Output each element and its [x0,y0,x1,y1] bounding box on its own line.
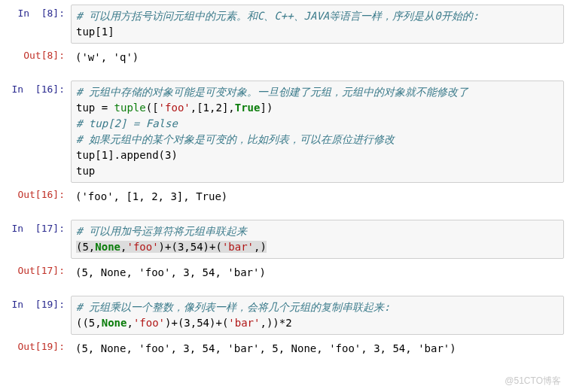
output-area-16: ('foo', [1, 2, 3], True) [71,186,564,208]
cell-in-17: In [17]: # 可以用加号运算符将元组串联起来 (5,None,'foo'… [3,220,564,259]
out-prompt-19: Out[19]: [3,338,71,355]
in-prompt-17: In [17]: [3,220,71,237]
comment: # 如果元组中的某个对象是可变的，比如列表，可以在原位进行修改 [76,133,395,145]
cell-in-19: In [19]: # 元组乘以一个整数，像列表一样，会将几个元组的复制串联起来:… [3,296,564,335]
comment: # 元组乘以一个整数，像列表一样，会将几个元组的复制串联起来: [76,301,390,313]
comment: # 元组中存储的对象可能是可变对象。一旦创建了元组，元组中的对象就不能修改了 [76,86,468,98]
code-area-19[interactable]: # 元组乘以一个整数，像列表一样，会将几个元组的复制串联起来: ((5,None… [71,296,564,335]
code-line: tup[1].append(3) [76,149,178,161]
in-prompt-8: In [8]: [3,5,71,22]
out-prompt-8: Out[8]: [3,47,71,64]
code-area-8[interactable]: # 可以用方括号访问元组中的元素。和C、C++、JAVA等语言一样，序列是从0开… [71,5,564,44]
code-line: ((5,None,'foo')+(3,54)+('bar',))*2 [76,317,292,329]
output-area-17: (5, None, 'foo', 3, 54, 'bar') [71,262,564,284]
output-area-8: ('w', 'q') [71,47,564,68]
cell-out-8: Out[8]: ('w', 'q') [3,47,564,68]
comment: # tup[2] = False [76,117,178,129]
comment: # 可以用方括号访问元组中的元素。和C、C++、JAVA等语言一样，序列是从0开… [76,10,479,22]
comment: # 可以用加号运算符将元组串联起来 [76,225,247,237]
code-line: tup [76,165,95,177]
code-line: tup = tuple(['foo',[1,2],True]) [76,102,273,114]
output-area-19: (5, None, 'foo', 3, 54, 'bar', 5, None, … [71,338,564,360]
cell-out-16: Out[16]: ('foo', [1, 2, 3], True) [3,186,564,208]
cell-out-19: Out[19]: (5, None, 'foo', 3, 54, 'bar', … [3,338,564,360]
cell-in-16: In [16]: # 元组中存储的对象可能是可变对象。一旦创建了元组，元组中的对… [3,81,564,183]
code-area-17[interactable]: # 可以用加号运算符将元组串联起来 (5,None,'foo')+(3,54)+… [71,220,564,259]
out-prompt-16: Out[16]: [3,186,71,203]
cell-in-8: In [8]: # 可以用方括号访问元组中的元素。和C、C++、JAVA等语言一… [3,5,564,44]
code-line: tup[1] [76,26,114,38]
code-area-16[interactable]: # 元组中存储的对象可能是可变对象。一旦创建了元组，元组中的对象就不能修改了 t… [71,81,564,183]
cell-out-17: Out[17]: (5, None, 'foo', 3, 54, 'bar') [3,262,564,284]
out-prompt-17: Out[17]: [3,262,71,279]
in-prompt-19: In [19]: [3,296,71,313]
in-prompt-16: In [16]: [3,81,71,98]
code-line: (5,None,'foo')+(3,54)+('bar',) [76,241,267,253]
